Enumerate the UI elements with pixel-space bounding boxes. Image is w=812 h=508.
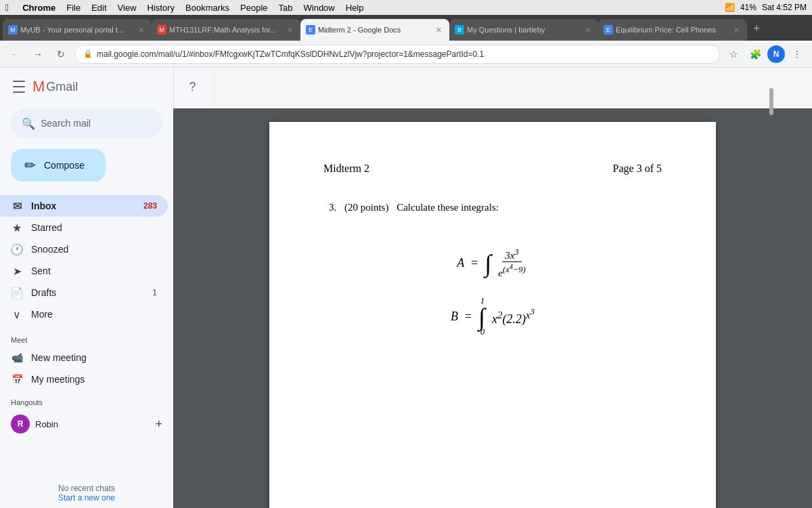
nav-snoozed-label: Snoozed bbox=[31, 244, 157, 255]
menubar:  Chrome File Edit View History Bookmark… bbox=[0, 0, 812, 15]
new-tab-button[interactable]: + bbox=[747, 19, 766, 38]
menubar-chrome[interactable]: Chrome bbox=[22, 3, 55, 13]
starred-icon: ★ bbox=[11, 221, 23, 234]
sidebar-footer: No recent chats Start a new one bbox=[0, 478, 173, 508]
tab-favicon: E bbox=[604, 25, 613, 35]
no-chats-text: No recent chats bbox=[11, 484, 162, 493]
gmail-logo-m: M bbox=[32, 78, 45, 96]
integral-b-symbol: 1 ∫ 0 x2(2.2)x3 bbox=[478, 295, 535, 337]
tab-close-midterm[interactable]: ✕ bbox=[433, 24, 444, 35]
tab-title: MyUB - Your personal portal t... bbox=[20, 26, 133, 34]
tab-title: MTH131LRF:Math Analysis for... bbox=[169, 26, 281, 34]
menubar-bookmarks[interactable]: Bookmarks bbox=[185, 3, 229, 13]
meet-section-label: Meet bbox=[0, 328, 173, 347]
drafts-badge: 1 bbox=[141, 288, 157, 297]
tab-title: My Questions | bartleby bbox=[467, 26, 579, 34]
question-points: (20 points) bbox=[344, 202, 388, 213]
pdf-page: Midterm 2 Page 3 of 5 3. (20 points) Cal… bbox=[269, 122, 716, 508]
reload-button[interactable]: ↻ bbox=[51, 45, 70, 64]
help-icon-panel[interactable]: ? bbox=[179, 73, 206, 100]
nav-inbox-label: Inbox bbox=[31, 200, 133, 211]
hamburger-menu[interactable] bbox=[11, 79, 27, 95]
hangouts-section: Hangouts R Robin + bbox=[0, 390, 173, 444]
toolbar-right: ☆ 🧩 N ⋮ bbox=[724, 45, 807, 64]
scrollbar-track[interactable] bbox=[769, 108, 774, 508]
sidebar-nav: ✉ Inbox 283 ★ Starred 🕐 Snoozed ➤ Sent bbox=[0, 192, 173, 328]
snoozed-icon: 🕐 bbox=[11, 243, 23, 255]
hangouts-username: Robin bbox=[35, 419, 58, 429]
numerator-a: 3x3 bbox=[502, 247, 521, 262]
tab-close-bartleby[interactable]: ✕ bbox=[582, 24, 593, 35]
integrand-b: x2(2.2)x3 bbox=[492, 307, 535, 326]
denominator-a: e(x4−9) bbox=[495, 263, 528, 279]
gmail-logo-text: Gmail bbox=[46, 80, 78, 94]
menubar-view[interactable]: View bbox=[118, 3, 137, 13]
tab-bar: M MyUB - Your personal portal t... ✕ M M… bbox=[0, 15, 812, 41]
search-icon: 🔍 bbox=[22, 117, 35, 130]
apple-menu[interactable]:  bbox=[5, 2, 9, 13]
menubar-help[interactable]: Help bbox=[346, 3, 364, 13]
meet-my-meetings[interactable]: 📅 My meetings bbox=[0, 368, 173, 390]
hangouts-avatar: R bbox=[11, 415, 30, 433]
inbox-badge: 283 bbox=[141, 201, 157, 211]
nav-drafts[interactable]: 📄 Drafts 1 bbox=[0, 282, 168, 303]
menubar-history[interactable]: History bbox=[148, 3, 175, 13]
tab-close-mth[interactable]: ✕ bbox=[284, 24, 295, 35]
profile-avatar[interactable]: N bbox=[767, 45, 785, 63]
scrollbar-thumb bbox=[769, 108, 773, 115]
start-new-chat-link[interactable]: Start a new one bbox=[11, 493, 162, 503]
sent-icon: ➤ bbox=[11, 265, 23, 277]
document-overlay: Midterm 2 Page 3 of 5 3. (20 points) Cal… bbox=[173, 108, 812, 508]
forward-button[interactable]: → bbox=[28, 45, 47, 64]
tab-close-eq[interactable]: ✕ bbox=[731, 24, 742, 35]
nav-inbox[interactable]: ✉ Inbox 283 bbox=[0, 195, 168, 217]
more-chevron-icon: ∨ bbox=[11, 308, 23, 320]
chrome-window: M MyUB - Your personal portal t... ✕ M M… bbox=[0, 15, 812, 508]
menubar-edit[interactable]: Edit bbox=[91, 3, 106, 13]
integral-a-symbol: ∫ 3x3 e(x4−9) bbox=[484, 247, 528, 279]
bookmark-button[interactable]: ☆ bbox=[724, 45, 743, 64]
tab-title: Equilibrium Price: Cell Phones bbox=[616, 26, 728, 34]
gmail-sidebar: M Gmail 🔍 Search mail ✏ Compose ✉ Inbox … bbox=[0, 68, 173, 508]
hangouts-add-icon[interactable]: + bbox=[155, 417, 162, 431]
question-text: Calculate these integrals: bbox=[397, 202, 499, 213]
clock: Sat 4:52 PM bbox=[762, 3, 807, 12]
pdf-header: Midterm 2 Page 3 of 5 bbox=[323, 163, 662, 175]
tab-title-active: Midterm 2 - Google Docs bbox=[318, 26, 430, 34]
nav-more[interactable]: ∨ More bbox=[0, 303, 168, 325]
back-button[interactable]: ← bbox=[5, 45, 24, 64]
pdf-page-num: Page 3 of 5 bbox=[613, 163, 662, 175]
address-bar[interactable]: 🔒 mail.google.com/mail/u/1/#inbox/FMfcgx… bbox=[74, 45, 720, 64]
tab-favicon: M bbox=[157, 25, 166, 35]
tab-favicon: E bbox=[306, 25, 315, 35]
nav-drafts-label: Drafts bbox=[31, 287, 133, 298]
menubar-window[interactable]: Window bbox=[304, 3, 335, 13]
tab-midterm[interactable]: E Midterm 2 - Google Docs ✕ bbox=[300, 19, 449, 41]
battery-level: 41% bbox=[740, 3, 757, 12]
menu-button[interactable]: ⋮ bbox=[788, 45, 807, 64]
menubar-tab[interactable]: Tab bbox=[279, 3, 293, 13]
nav-starred[interactable]: ★ Starred bbox=[0, 217, 168, 238]
gmail-header: M Gmail bbox=[0, 68, 173, 106]
compose-plus-icon: ✏ bbox=[24, 157, 36, 173]
tab-equilibrium[interactable]: E Equilibrium Price: Cell Phones ✕ bbox=[598, 19, 747, 41]
tab-myub[interactable]: M MyUB - Your personal portal t... ✕ bbox=[3, 19, 152, 41]
integral-b: B = 1 ∫ 0 x2(2.2)x3 bbox=[451, 295, 535, 337]
nav-sent[interactable]: ➤ Sent bbox=[0, 260, 168, 282]
meet-new-meeting[interactable]: 📹 New meeting bbox=[0, 347, 173, 368]
tab-bartleby[interactable]: B My Questions | bartleby ✕ bbox=[449, 19, 598, 41]
equals-sign-a: = bbox=[471, 256, 478, 270]
nav-snoozed[interactable]: 🕐 Snoozed bbox=[0, 238, 168, 260]
lock-icon: 🔒 bbox=[83, 49, 93, 58]
gmail-search-bar[interactable]: 🔍 Search mail bbox=[11, 108, 162, 138]
menubar-people[interactable]: People bbox=[240, 3, 267, 13]
hangouts-user[interactable]: R Robin + bbox=[11, 412, 162, 436]
integral-sign-b: ∫ bbox=[478, 305, 485, 329]
menubar-right: 📶 41% Sat 4:52 PM bbox=[725, 3, 807, 12]
menubar-file[interactable]: File bbox=[66, 3, 81, 13]
tab-mth[interactable]: M MTH131LRF:Math Analysis for... ✕ bbox=[152, 19, 300, 41]
compose-button[interactable]: ✏ Compose bbox=[11, 149, 106, 182]
tab-close-myub[interactable]: ✕ bbox=[135, 24, 146, 35]
extension-button[interactable]: 🧩 bbox=[746, 45, 765, 64]
integral-a-label: A bbox=[457, 256, 464, 270]
